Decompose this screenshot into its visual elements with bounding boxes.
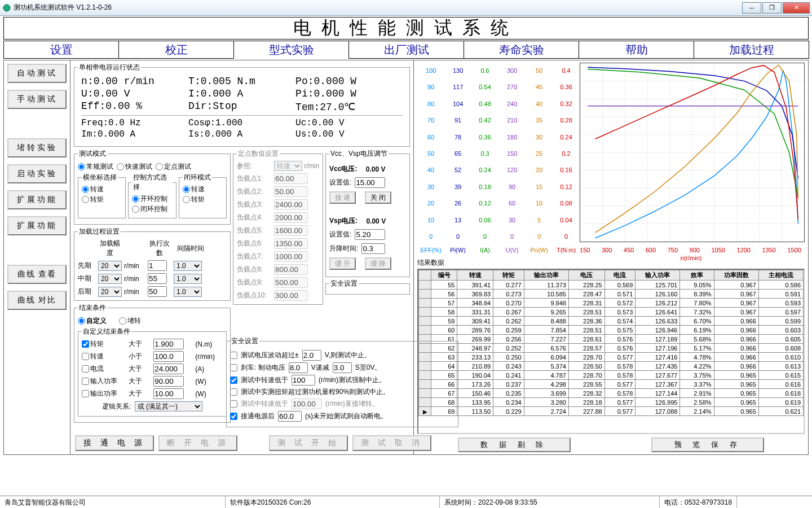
maximize-button[interactable]: ❐ <box>762 2 782 14</box>
ctrl-open[interactable]: 开环控制 <box>132 194 167 204</box>
fp-3 <box>274 212 308 223</box>
data-remove-button[interactable]: 数 据 剔 除 <box>458 437 571 452</box>
stat-n: n:0.00 r/min <box>81 76 188 87</box>
safe-c3[interactable] <box>230 376 237 384</box>
plot <box>580 63 805 242</box>
safe-c2[interactable] <box>230 364 237 371</box>
footer-phone: 电话：0532-87973318 <box>660 496 737 508</box>
end-v-1[interactable] <box>153 351 184 362</box>
safe-v1[interactable] <box>302 350 321 361</box>
safe-c6[interactable] <box>230 413 237 420</box>
safe-v3[interactable] <box>292 375 315 386</box>
end-chk-4[interactable]: 输出功率 <box>82 389 125 398</box>
end-custom-group: 自定义结束条件 转矩大于(N.m) 转速小于(r/min) 电流大于(A) 输入… <box>78 327 227 417</box>
test-start-button[interactable]: 测 试 开 始 <box>269 435 348 451</box>
end-chk-3[interactable]: 输入功率 <box>82 376 125 386</box>
lp-c-1[interactable] <box>148 273 167 284</box>
xaxis-torque[interactable]: 转矩 <box>82 195 104 204</box>
side-btn-5[interactable]: 扩展功能 <box>7 216 67 235</box>
power-off-button[interactable]: 断 开 电 源 <box>158 435 237 451</box>
mode-fixed[interactable]: 定点测试 <box>156 162 191 172</box>
status-legend: 单相带电容运行状态 <box>78 63 141 72</box>
footer-version: 软件版本20150326 Con:26 <box>226 496 440 508</box>
logic-select[interactable]: 或 (满足其一) <box>135 401 202 411</box>
ramp-time-input[interactable] <box>361 243 385 254</box>
stat-Freq: Freq:0.0 Hz <box>81 118 188 128</box>
safe-v2b[interactable] <box>333 362 352 373</box>
svg-point-0 <box>3 5 10 11</box>
end-chk-0[interactable]: 转矩 <box>82 339 125 349</box>
vcc-off-button[interactable]: 关 闭 <box>365 191 391 204</box>
safe-c4[interactable] <box>230 388 237 396</box>
fp-1 <box>274 186 308 197</box>
lp-c-0[interactable] <box>148 260 167 271</box>
ramp-down-button[interactable]: 缓 降 <box>365 257 391 270</box>
end-v-2[interactable] <box>153 364 184 374</box>
lp-t-0[interactable]: 1.0 <box>174 261 202 271</box>
power-on-button[interactable]: 接 通 电 源 <box>75 435 154 451</box>
tab-1[interactable]: 校正 <box>118 41 234 59</box>
tab-0[interactable]: 设置 <box>3 41 119 59</box>
lp-t-2[interactable]: 1.0 <box>174 287 202 297</box>
main-tabs: 设置校正型式实验出厂测试寿命实验帮助加载过程 <box>3 41 809 59</box>
tab-4[interactable]: 寿命实验 <box>464 41 579 59</box>
side-btn-0[interactable]: 自动测试 <box>7 64 67 83</box>
xaxis-speed[interactable]: 转速 <box>82 185 104 194</box>
tab-3[interactable]: 出厂测试 <box>348 41 464 59</box>
end-v-0[interactable] <box>153 339 184 349</box>
ramp-up-button[interactable]: 缓 升 <box>329 257 356 270</box>
side-btn-6[interactable]: 曲线 查看 <box>7 265 67 284</box>
side-btn-7[interactable]: 曲线 对比 <box>7 291 67 310</box>
close-button[interactable]: ✕ <box>783 2 810 14</box>
lp-v-2[interactable]: 20 <box>98 287 122 297</box>
loop-speed[interactable]: 转速 <box>183 185 205 194</box>
side-btn-4[interactable]: 扩展功能 <box>7 190 67 209</box>
loop-torque[interactable]: 转矩 <box>183 195 205 204</box>
safe-c1[interactable] <box>230 352 237 359</box>
safe-c5[interactable] <box>230 400 237 408</box>
side-btn-2[interactable]: 堵转实验 <box>7 138 67 157</box>
lp-v-0[interactable]: 20 <box>98 261 122 271</box>
result-table-wrap[interactable]: 编号转速转矩输出功率电压电流输入功率效率功率因数主相电流55391.410.27… <box>417 269 805 434</box>
mid-panel: 单相带电容运行状态 n:0.00 r/min T:0.005 N.m Po:0.… <box>70 60 414 455</box>
right-panel: 1009080706050403020100130117104917865523… <box>414 60 809 455</box>
lp-v-1[interactable]: 20 <box>98 274 122 284</box>
ctrl-closed[interactable]: 闭环控制 <box>132 204 167 214</box>
loadproc-group: 加载过程设置 加载幅度执行次数间隔时间先期20r/min1.0中期20r/min… <box>74 227 231 301</box>
end-v-3[interactable] <box>153 376 184 387</box>
end-custom[interactable]: 自定义 <box>78 316 107 326</box>
app-icon <box>2 3 11 12</box>
footer-time: 系统时间：2022-09-08 9:33:55 <box>440 496 660 508</box>
status-group: 单相带电容运行状态 n:0.00 r/min T:0.005 N.m Po:0.… <box>74 63 410 147</box>
stat-T: T:0.005 N.m <box>188 76 295 87</box>
end-chk-1[interactable]: 转速 <box>82 352 125 361</box>
side-btn-3[interactable]: 启动实验 <box>7 164 67 183</box>
tab-5[interactable]: 帮助 <box>579 41 694 59</box>
test-cancel-button[interactable]: 测 试 取 消 <box>352 435 431 451</box>
safe-v5 <box>292 398 322 409</box>
stat-Po: Po:0.000 W <box>295 76 403 87</box>
vcc-on-button[interactable]: 接 通 <box>329 191 356 204</box>
side-btn-1[interactable]: 手动测试 <box>7 90 67 109</box>
fp-7 <box>274 264 308 275</box>
mode-fast[interactable]: 快速测试 <box>117 162 152 172</box>
tab-2[interactable]: 型式实验 <box>233 41 349 59</box>
end-stall[interactable]: 堵转 <box>119 316 141 326</box>
lp-c-2[interactable] <box>148 286 167 297</box>
tab-6[interactable]: 加载过程 <box>694 41 809 59</box>
x-label: n(r/min) <box>581 255 801 261</box>
mode-normal[interactable]: 常规测试 <box>78 162 113 172</box>
lp-t-1[interactable]: 1.0 <box>174 274 202 284</box>
x-ticks: 1503004506007509001050120013501500 <box>580 247 801 253</box>
preview-save-button[interactable]: 预 览 保 存 <box>651 437 764 452</box>
safe-v2a[interactable] <box>289 362 308 373</box>
safe-v6[interactable] <box>278 411 302 422</box>
minimize-button[interactable]: ─ <box>742 2 761 14</box>
end-v-4[interactable] <box>153 388 184 399</box>
stat-Cos: Cosφ:1.000 <box>188 118 295 128</box>
vcc-set-input[interactable] <box>355 177 385 188</box>
stat-Im: Im:0.000 A <box>81 129 188 139</box>
fp-9 <box>274 290 308 301</box>
vsp-set-input[interactable] <box>355 229 385 240</box>
end-chk-2[interactable]: 电流 <box>82 364 125 374</box>
